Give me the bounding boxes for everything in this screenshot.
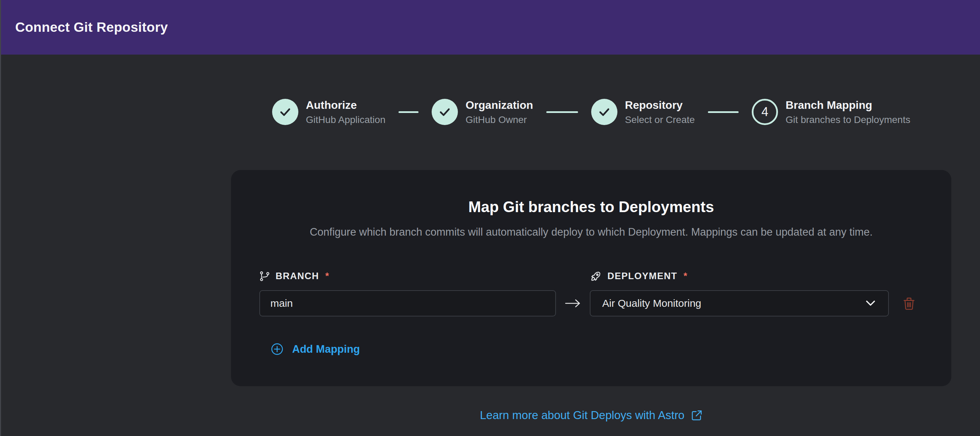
modal-header: Connect Git Repository: [0, 0, 980, 54]
git-branch-icon: [259, 271, 270, 281]
step-subtitle: Select or Create: [625, 114, 695, 125]
step-organization: Organization GitHub Owner: [432, 99, 533, 125]
step-branch-mapping-texts: Branch Mapping Git branches to Deploymen…: [786, 99, 910, 125]
card-subtitle: Configure which branch commits will auto…: [231, 226, 951, 238]
check-icon: [438, 105, 451, 118]
deployment-field-label: DEPLOYMENT *: [590, 270, 889, 282]
stepper-connector: [708, 111, 739, 113]
deployment-select[interactable]: Air Quality Monitoring: [590, 290, 889, 316]
step-organization-indicator: [432, 99, 458, 125]
step-authorize: Authorize GitHub Application: [272, 99, 385, 125]
branch-field-group: BRANCH *: [259, 270, 556, 316]
delete-mapping-button[interactable]: [903, 290, 915, 316]
required-marker: *: [325, 271, 329, 281]
step-organization-texts: Organization GitHub Owner: [466, 99, 533, 125]
step-branch-mapping-indicator: 4: [752, 99, 778, 125]
step-subtitle: Git branches to Deployments: [786, 114, 910, 125]
check-icon: [598, 105, 611, 118]
branch-mapping-card: Map Git branches to Deployments Configur…: [231, 170, 951, 386]
step-authorize-texts: Authorize GitHub Application: [306, 99, 385, 125]
step-subtitle: GitHub Owner: [466, 114, 533, 125]
plus-circle-icon: [271, 343, 283, 356]
window-left-edge: [0, 0, 1, 436]
step-repository: Repository Select or Create: [591, 99, 695, 125]
step-title: Authorize: [306, 99, 385, 112]
add-mapping-button[interactable]: Add Mapping: [271, 343, 360, 356]
deployment-field-group: DEPLOYMENT * Air Quality Monitoring: [590, 270, 889, 316]
branch-field-label: BRANCH *: [259, 270, 556, 282]
step-title: Branch Mapping: [786, 99, 910, 112]
learn-more-link-label: Learn more about Git Deploys with Astro: [480, 409, 684, 422]
chevron-down-icon: [866, 300, 875, 306]
check-icon: [278, 105, 292, 118]
arrow-right-icon: [565, 299, 581, 308]
wizard-stepper: Authorize GitHub Application Organizatio…: [231, 99, 951, 125]
step-title: Repository: [625, 99, 695, 112]
learn-more-link[interactable]: Learn more about Git Deploys with Astro: [231, 409, 951, 422]
external-link-icon: [691, 410, 702, 421]
deployment-label: DEPLOYMENT: [608, 271, 678, 281]
step-repository-texts: Repository Select or Create: [625, 99, 695, 125]
page-title: Connect Git Repository: [15, 20, 168, 35]
mapping-row: BRANCH *: [259, 270, 951, 316]
mapping-arrow-cell: [556, 290, 590, 316]
step-authorize-indicator: [272, 99, 298, 125]
step-number: 4: [761, 105, 768, 119]
step-subtitle: GitHub Application: [306, 114, 385, 125]
card-title: Map Git branches to Deployments: [231, 198, 951, 216]
stepper-connector: [546, 111, 578, 113]
step-title: Organization: [466, 99, 533, 112]
step-repository-indicator: [591, 99, 617, 125]
step-branch-mapping: 4 Branch Mapping Git branches to Deploym…: [752, 99, 910, 125]
rocket-icon: [590, 270, 602, 282]
connect-git-repository-modal: Connect Git Repository Authorize GitHub …: [0, 0, 980, 436]
trash-icon: [903, 297, 915, 310]
branch-input[interactable]: [259, 290, 556, 316]
add-mapping-label: Add Mapping: [292, 343, 360, 356]
required-marker: *: [684, 271, 687, 281]
deployment-select-value: Air Quality Monitoring: [602, 297, 702, 309]
branch-label: BRANCH: [275, 271, 319, 281]
stepper-connector: [398, 111, 418, 113]
